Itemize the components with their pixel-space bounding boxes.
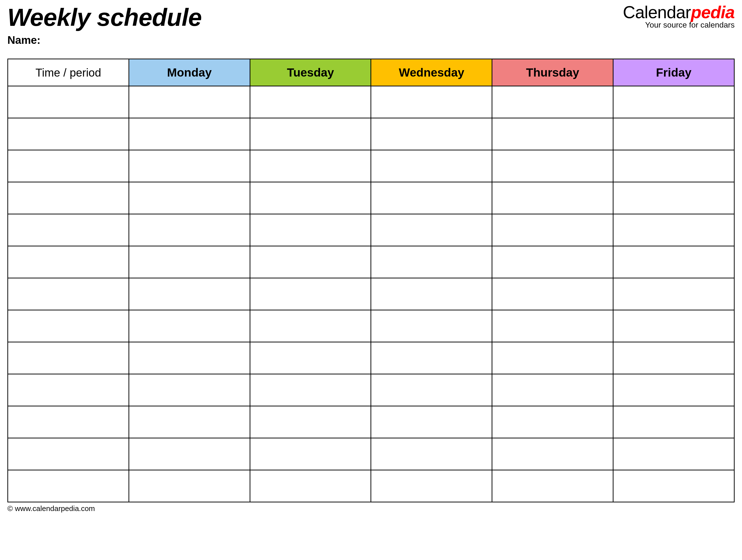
day-cell	[613, 118, 734, 150]
day-cell	[613, 310, 734, 342]
col-header-thursday: Thursday	[492, 59, 613, 86]
day-cell	[613, 374, 734, 406]
day-cell	[250, 406, 371, 438]
day-cell	[371, 214, 492, 246]
day-cell	[129, 470, 250, 502]
schedule-body	[8, 86, 734, 502]
footer-copyright: © www.calendarpedia.com	[7, 504, 735, 513]
day-cell	[492, 246, 613, 278]
day-cell	[129, 278, 250, 310]
day-cell	[250, 342, 371, 374]
name-label: Name:	[7, 34, 202, 46]
table-row	[8, 374, 734, 406]
table-header-row: Time / period Monday Tuesday Wednesday T…	[8, 59, 734, 86]
day-cell	[492, 278, 613, 310]
day-cell	[250, 246, 371, 278]
day-cell	[250, 310, 371, 342]
table-row	[8, 246, 734, 278]
day-cell	[492, 182, 613, 214]
brand-name-part2: pedia	[691, 3, 735, 22]
day-cell	[613, 342, 734, 374]
page-title: Weekly schedule	[7, 5, 202, 30]
day-cell	[371, 342, 492, 374]
day-cell	[492, 214, 613, 246]
time-cell	[8, 182, 129, 214]
day-cell	[129, 118, 250, 150]
day-cell	[492, 470, 613, 502]
day-cell	[492, 118, 613, 150]
day-cell	[129, 374, 250, 406]
time-cell	[8, 246, 129, 278]
day-cell	[371, 406, 492, 438]
day-cell	[613, 150, 734, 182]
day-cell	[129, 438, 250, 470]
day-cell	[371, 86, 492, 118]
table-row	[8, 150, 734, 182]
day-cell	[250, 374, 371, 406]
day-cell	[250, 86, 371, 118]
day-cell	[129, 182, 250, 214]
day-cell	[613, 214, 734, 246]
day-cell	[129, 214, 250, 246]
day-cell	[371, 470, 492, 502]
time-cell	[8, 214, 129, 246]
time-cell	[8, 438, 129, 470]
table-row	[8, 342, 734, 374]
day-cell	[492, 86, 613, 118]
day-cell	[250, 278, 371, 310]
day-cell	[129, 406, 250, 438]
day-cell	[613, 246, 734, 278]
day-cell	[129, 342, 250, 374]
table-row	[8, 278, 734, 310]
table-row	[8, 118, 734, 150]
time-cell	[8, 150, 129, 182]
col-header-wednesday: Wednesday	[371, 59, 492, 86]
time-cell	[8, 470, 129, 502]
day-cell	[371, 118, 492, 150]
time-cell	[8, 310, 129, 342]
day-cell	[129, 310, 250, 342]
schedule-table: Time / period Monday Tuesday Wednesday T…	[7, 59, 735, 502]
day-cell	[371, 438, 492, 470]
title-block: Weekly schedule Name:	[7, 5, 202, 46]
day-cell	[250, 150, 371, 182]
table-row	[8, 438, 734, 470]
day-cell	[613, 86, 734, 118]
day-cell	[371, 246, 492, 278]
col-header-time: Time / period	[8, 59, 129, 86]
day-cell	[613, 470, 734, 502]
day-cell	[129, 150, 250, 182]
day-cell	[371, 374, 492, 406]
day-cell	[129, 86, 250, 118]
brand-logo: Calendarpedia Your source for calendars	[623, 4, 735, 30]
day-cell	[371, 310, 492, 342]
day-cell	[613, 182, 734, 214]
col-header-tuesday: Tuesday	[250, 59, 371, 86]
day-cell	[371, 278, 492, 310]
time-cell	[8, 406, 129, 438]
col-header-monday: Monday	[129, 59, 250, 86]
time-cell	[8, 342, 129, 374]
brand-name: Calendarpedia	[623, 4, 735, 21]
header-row: Weekly schedule Name: Calendarpedia Your…	[7, 5, 735, 46]
day-cell	[250, 438, 371, 470]
table-row	[8, 182, 734, 214]
brand-name-part1: Calendar	[623, 3, 691, 22]
table-row	[8, 470, 734, 502]
time-cell	[8, 86, 129, 118]
day-cell	[492, 150, 613, 182]
day-cell	[613, 406, 734, 438]
day-cell	[492, 342, 613, 374]
day-cell	[492, 310, 613, 342]
day-cell	[129, 246, 250, 278]
day-cell	[250, 214, 371, 246]
time-cell	[8, 278, 129, 310]
table-row	[8, 310, 734, 342]
day-cell	[371, 150, 492, 182]
col-header-friday: Friday	[613, 59, 734, 86]
day-cell	[250, 118, 371, 150]
day-cell	[371, 182, 492, 214]
day-cell	[250, 470, 371, 502]
table-row	[8, 214, 734, 246]
time-cell	[8, 118, 129, 150]
